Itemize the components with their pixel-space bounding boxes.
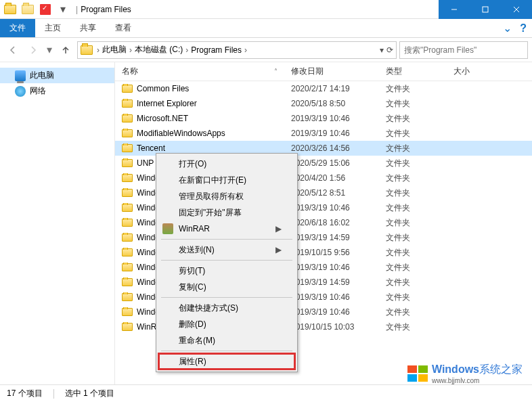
context-menu-label: 创建快捷方式(S) [179,303,238,314]
help-icon[interactable]: ? [520,22,527,35]
file-date: 2019/3/19 14:59 [291,233,386,242]
chevron-right-icon: ▶ [275,245,282,254]
table-row[interactable]: Microsoft.NET2019/3/19 10:46文件夹 [115,111,532,126]
file-name: Tencent [137,143,165,153]
ribbon-expand-icon[interactable]: ⌄ [503,22,512,35]
minimize-button[interactable] [439,0,470,19]
close-button[interactable] [501,0,532,19]
column-headers: 名称 ˄ 修改日期 类型 大小 [115,62,532,81]
file-type: 文件夹 [386,202,453,214]
context-menu-item[interactable]: WinRAR▶ [158,221,295,237]
context-menu-item[interactable]: 固定到"开始"屏幕 [158,204,295,221]
breadcrumb-root[interactable]: 此电脑 [102,44,127,55]
context-menu-label: 剪切(T) [179,265,205,277]
sidebar-item-computer[interactable]: 此电脑 [0,68,114,83]
file-type: 文件夹 [386,113,453,125]
file-type: 文件夹 [386,128,453,139]
context-menu-label: 固定到"开始"屏幕 [179,207,242,219]
file-type: 文件夹 [386,321,453,333]
maximize-button[interactable] [470,0,501,19]
file-type: 文件夹 [386,83,453,95]
file-type: 文件夹 [386,98,453,110]
address-bar[interactable]: › 此电脑 › 本地磁盘 (C:) › Program Files › ▾ ⟳ [77,41,397,59]
folder-icon [122,219,133,227]
folder-icon [122,233,133,242]
file-date: 2020/5/12 8:51 [291,188,386,198]
file-type: 文件夹 [386,262,453,273]
svg-rect-1 [483,7,488,12]
tab-home[interactable]: 主页 [35,19,70,37]
table-row[interactable]: Internet Explorer2020/5/18 8:50文件夹 [115,96,532,111]
file-date: 2020/4/20 1:56 [291,173,386,183]
navigation-row: ▾ › 此电脑 › 本地磁盘 (C:) › Program Files › ▾ … [0,38,532,62]
context-menu-label: 发送到(N) [179,244,215,256]
file-name: Common Files [137,84,189,93]
file-type: 文件夹 [386,158,453,169]
file-date: 2019/10/15 10:03 [291,322,386,332]
chevron-right-icon[interactable]: › [95,45,101,55]
tab-file[interactable]: 文件 [0,19,35,37]
context-menu-item[interactable]: 属性(R) [158,353,295,370]
context-menu-item[interactable]: 在新窗口中打开(E) [158,172,295,188]
file-name: ModifiableWindowsApps [137,129,225,138]
context-menu-item[interactable]: 打开(O) [158,156,295,172]
tab-view[interactable]: 查看 [106,19,141,37]
file-type: 文件夹 [386,187,453,199]
context-menu-item[interactable]: 复制(C) [158,279,295,295]
file-date: 2020/6/18 16:02 [291,218,386,227]
address-dropdown-icon[interactable]: ▾ [380,45,384,55]
tab-share[interactable]: 共享 [70,19,106,37]
search-input[interactable] [404,45,523,55]
folder-icon [122,114,133,122]
file-date: 2020/5/29 15:06 [291,158,386,168]
chevron-right-icon[interactable]: › [184,45,190,55]
file-date: 2019/3/19 10:46 [291,292,386,302]
file-name: UNP [137,158,154,168]
refresh-icon[interactable]: ⟳ [386,45,393,55]
folder-icon [122,159,133,167]
sort-asc-icon: ˄ [274,68,278,75]
qat-dropdown-icon[interactable]: ▾ [56,2,70,17]
context-menu-item[interactable]: 剪切(T) [158,263,295,279]
context-menu-label: 删除(D) [179,319,206,330]
context-menu-item[interactable]: 管理员取得所有权 [158,188,295,204]
chevron-right-icon[interactable]: › [128,45,133,55]
breadcrumb-current[interactable]: Program Files [191,45,242,55]
folder-icon [122,248,133,256]
breadcrumb-drive[interactable]: 本地磁盘 (C:) [135,44,183,55]
qat-properties-icon[interactable] [38,2,53,17]
chevron-right-icon[interactable]: › [243,45,248,55]
file-type: 文件夹 [386,232,453,244]
column-type[interactable]: 类型 [386,66,453,77]
forward-button[interactable] [24,41,42,59]
window-title: Program Files [81,5,131,14]
watermark-brand: Windows [432,363,479,375]
back-button[interactable] [4,41,22,59]
file-date: 2020/5/18 8:50 [291,99,386,108]
context-menu-item[interactable]: 创建快捷方式(S) [158,300,295,316]
context-menu-item[interactable]: 发送到(N)▶ [158,242,295,258]
column-size[interactable]: 大小 [453,66,532,77]
sidebar-item-network[interactable]: 网络 [0,83,114,99]
up-button[interactable] [57,41,74,59]
folder-icon [122,85,133,93]
column-name[interactable]: 名称 ˄ [115,66,291,77]
context-menu-item[interactable]: 重命名(M) [158,332,295,349]
table-row[interactable]: Common Files2020/2/17 14:19文件夹 [115,81,532,96]
file-type: 文件夹 [386,307,453,318]
status-total: 17 个项目 [7,388,43,399]
context-menu-label: 复制(C) [179,282,206,293]
folder-icon [122,263,133,271]
file-name: Microsoft.NET [137,114,188,123]
search-box[interactable] [399,41,528,59]
file-date: 2019/3/19 10:46 [291,114,386,123]
file-date: 2020/2/17 14:19 [291,84,386,93]
qat-item[interactable] [20,2,35,17]
context-menu-label: WinRAR [179,224,210,233]
recent-dropdown-icon[interactable]: ▾ [45,41,54,59]
context-menu-label: 在新窗口中打开(E) [179,175,246,186]
file-type: 文件夹 [386,292,453,303]
column-date[interactable]: 修改日期 [291,66,386,77]
context-menu-item[interactable]: 删除(D) [158,316,295,332]
table-row[interactable]: ModifiableWindowsApps2019/3/19 10:46文件夹 [115,126,532,141]
